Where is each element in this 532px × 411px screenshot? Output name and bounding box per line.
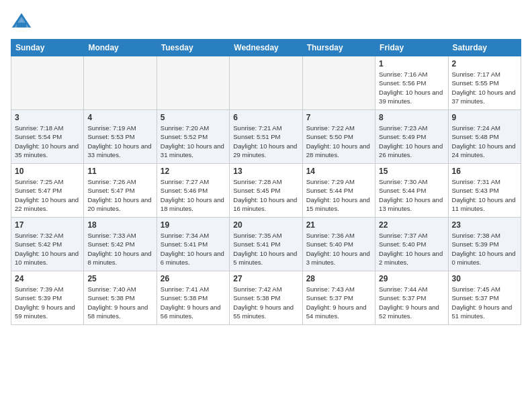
day-info: Sunrise: 7:44 AM Sunset: 5:37 PM Dayligh…: [379, 285, 444, 320]
day-number: 20: [233, 220, 298, 230]
page: SundayMondayTuesdayWednesdayThursdayFrid…: [0, 0, 532, 411]
day-cell: 24Sunrise: 7:39 AM Sunset: 5:39 PM Dayli…: [11, 271, 84, 325]
day-number: 4: [87, 113, 152, 122]
day-info: Sunrise: 7:24 AM Sunset: 5:48 PM Dayligh…: [452, 124, 517, 159]
day-cell: [157, 56, 229, 110]
day-info: Sunrise: 7:31 AM Sunset: 5:43 PM Dayligh…: [452, 177, 517, 213]
logo-icon: [11, 11, 32, 32]
day-number: 6: [233, 113, 298, 122]
day-number: 16: [452, 167, 517, 176]
day-cell: 26Sunrise: 7:41 AM Sunset: 5:38 PM Dayli…: [157, 271, 229, 325]
day-cell: 23Sunrise: 7:38 AM Sunset: 5:39 PM Dayli…: [448, 218, 521, 271]
day-cell: 22Sunrise: 7:37 AM Sunset: 5:40 PM Dayli…: [375, 218, 448, 271]
day-cell: 11Sunrise: 7:26 AM Sunset: 5:47 PM Dayli…: [84, 164, 157, 218]
calendar-table: SundayMondayTuesdayWednesdayThursdayFrid…: [11, 39, 521, 325]
day-cell: 10Sunrise: 7:25 AM Sunset: 5:47 PM Dayli…: [11, 164, 84, 218]
day-info: Sunrise: 7:20 AM Sunset: 5:52 PM Dayligh…: [161, 124, 226, 159]
day-info: Sunrise: 7:38 AM Sunset: 5:39 PM Dayligh…: [452, 231, 517, 267]
day-info: Sunrise: 7:39 AM Sunset: 5:39 PM Dayligh…: [15, 285, 80, 320]
day-number: 30: [452, 274, 517, 283]
day-info: Sunrise: 7:27 AM Sunset: 5:46 PM Dayligh…: [161, 177, 226, 213]
day-number: 13: [233, 167, 298, 176]
day-number: 26: [161, 274, 226, 283]
day-number: 7: [306, 113, 371, 122]
day-info: Sunrise: 7:33 AM Sunset: 5:42 PM Dayligh…: [87, 231, 152, 267]
weekday-monday: Monday: [84, 40, 157, 56]
day-cell: 16Sunrise: 7:31 AM Sunset: 5:43 PM Dayli…: [448, 164, 521, 218]
day-cell: 18Sunrise: 7:33 AM Sunset: 5:42 PM Dayli…: [84, 218, 157, 271]
day-number: 29: [379, 274, 444, 283]
day-info: Sunrise: 7:19 AM Sunset: 5:53 PM Dayligh…: [87, 124, 152, 159]
day-cell: 12Sunrise: 7:27 AM Sunset: 5:46 PM Dayli…: [157, 164, 229, 218]
day-info: Sunrise: 7:22 AM Sunset: 5:50 PM Dayligh…: [306, 124, 371, 159]
day-info: Sunrise: 7:34 AM Sunset: 5:41 PM Dayligh…: [161, 231, 226, 267]
day-number: 25: [87, 274, 152, 283]
day-number: 22: [379, 220, 444, 230]
day-number: 12: [161, 167, 226, 176]
day-info: Sunrise: 7:42 AM Sunset: 5:38 PM Dayligh…: [233, 285, 298, 320]
weekday-header-row: SundayMondayTuesdayWednesdayThursdayFrid…: [11, 40, 521, 56]
day-cell: 25Sunrise: 7:40 AM Sunset: 5:38 PM Dayli…: [84, 271, 157, 325]
day-number: 8: [379, 113, 444, 122]
day-cell: 8Sunrise: 7:23 AM Sunset: 5:49 PM Daylig…: [375, 110, 448, 164]
week-row-4: 17Sunrise: 7:32 AM Sunset: 5:42 PM Dayli…: [11, 218, 521, 271]
day-cell: 15Sunrise: 7:30 AM Sunset: 5:44 PM Dayli…: [375, 164, 448, 218]
weekday-saturday: Saturday: [448, 40, 521, 56]
day-cell: 30Sunrise: 7:45 AM Sunset: 5:37 PM Dayli…: [448, 271, 521, 325]
day-cell: 21Sunrise: 7:36 AM Sunset: 5:40 PM Dayli…: [302, 218, 375, 271]
day-cell: 9Sunrise: 7:24 AM Sunset: 5:48 PM Daylig…: [448, 110, 521, 164]
day-info: Sunrise: 7:21 AM Sunset: 5:51 PM Dayligh…: [233, 124, 298, 159]
day-number: 23: [452, 220, 517, 230]
day-cell: 6Sunrise: 7:21 AM Sunset: 5:51 PM Daylig…: [230, 110, 302, 164]
day-number: 14: [306, 167, 371, 176]
day-number: 18: [87, 220, 152, 230]
day-info: Sunrise: 7:23 AM Sunset: 5:49 PM Dayligh…: [379, 124, 444, 159]
day-number: 19: [161, 220, 226, 230]
day-number: 28: [306, 274, 371, 283]
day-number: 10: [15, 167, 80, 176]
day-info: Sunrise: 7:37 AM Sunset: 5:40 PM Dayligh…: [379, 231, 444, 267]
day-info: Sunrise: 7:29 AM Sunset: 5:44 PM Dayligh…: [306, 177, 371, 213]
day-info: Sunrise: 7:41 AM Sunset: 5:38 PM Dayligh…: [161, 285, 226, 320]
day-info: Sunrise: 7:28 AM Sunset: 5:45 PM Dayligh…: [233, 177, 298, 213]
day-number: 1: [379, 59, 444, 68]
day-number: 21: [306, 220, 371, 230]
day-number: 27: [233, 274, 298, 283]
day-cell: 29Sunrise: 7:44 AM Sunset: 5:37 PM Dayli…: [375, 271, 448, 325]
day-info: Sunrise: 7:36 AM Sunset: 5:40 PM Dayligh…: [306, 231, 371, 267]
day-number: 24: [15, 274, 80, 283]
day-number: 17: [15, 220, 80, 230]
day-number: 2: [452, 59, 517, 68]
day-info: Sunrise: 7:17 AM Sunset: 5:55 PM Dayligh…: [452, 70, 517, 105]
day-info: Sunrise: 7:18 AM Sunset: 5:54 PM Dayligh…: [15, 124, 80, 159]
weekday-friday: Friday: [375, 40, 448, 56]
day-cell: 20Sunrise: 7:35 AM Sunset: 5:41 PM Dayli…: [230, 218, 302, 271]
day-cell: [302, 56, 375, 110]
day-cell: 7Sunrise: 7:22 AM Sunset: 5:50 PM Daylig…: [302, 110, 375, 164]
day-info: Sunrise: 7:35 AM Sunset: 5:41 PM Dayligh…: [233, 231, 298, 267]
week-row-2: 3Sunrise: 7:18 AM Sunset: 5:54 PM Daylig…: [11, 110, 521, 164]
day-cell: [11, 56, 84, 110]
day-cell: 14Sunrise: 7:29 AM Sunset: 5:44 PM Dayli…: [302, 164, 375, 218]
day-cell: 4Sunrise: 7:19 AM Sunset: 5:53 PM Daylig…: [84, 110, 157, 164]
weekday-wednesday: Wednesday: [230, 40, 302, 56]
week-row-1: 1Sunrise: 7:16 AM Sunset: 5:56 PM Daylig…: [11, 56, 521, 110]
day-info: Sunrise: 7:26 AM Sunset: 5:47 PM Dayligh…: [87, 177, 152, 213]
day-info: Sunrise: 7:30 AM Sunset: 5:44 PM Dayligh…: [379, 177, 444, 213]
svg-rect-2: [17, 23, 26, 28]
day-number: 5: [161, 113, 226, 122]
day-info: Sunrise: 7:43 AM Sunset: 5:37 PM Dayligh…: [306, 285, 371, 320]
day-cell: 28Sunrise: 7:43 AM Sunset: 5:37 PM Dayli…: [302, 271, 375, 325]
logo: [11, 11, 35, 32]
day-cell: 17Sunrise: 7:32 AM Sunset: 5:42 PM Dayli…: [11, 218, 84, 271]
day-cell: 19Sunrise: 7:34 AM Sunset: 5:41 PM Dayli…: [157, 218, 229, 271]
weekday-thursday: Thursday: [302, 40, 375, 56]
weekday-tuesday: Tuesday: [157, 40, 229, 56]
day-number: 15: [379, 167, 444, 176]
day-info: Sunrise: 7:25 AM Sunset: 5:47 PM Dayligh…: [15, 177, 80, 213]
day-number: 3: [15, 113, 80, 122]
day-cell: 3Sunrise: 7:18 AM Sunset: 5:54 PM Daylig…: [11, 110, 84, 164]
day-cell: 1Sunrise: 7:16 AM Sunset: 5:56 PM Daylig…: [375, 56, 448, 110]
day-cell: 2Sunrise: 7:17 AM Sunset: 5:55 PM Daylig…: [448, 56, 521, 110]
header: [11, 11, 521, 32]
